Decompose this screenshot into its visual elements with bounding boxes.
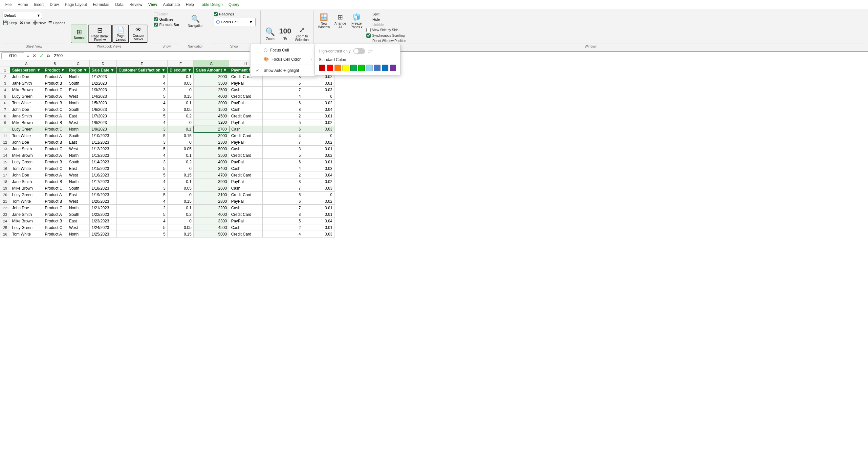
- cell-21-region[interactable]: West: [67, 198, 90, 205]
- cell-21-product[interactable]: Product B: [43, 198, 67, 205]
- cell-7-days-blank[interactable]: [262, 106, 282, 113]
- cell-25-region[interactable]: West: [67, 224, 90, 231]
- cell-9-region[interactable]: West: [67, 120, 90, 126]
- cell-15-payment[interactable]: PayPal: [229, 159, 262, 165]
- cell-18-satisfaction[interactable]: 4: [117, 179, 168, 185]
- confirm-formula-icon[interactable]: ✓: [39, 53, 45, 59]
- cell-4-days[interactable]: 7: [282, 87, 303, 93]
- col-G[interactable]: G: [194, 60, 229, 67]
- cell-4-payment[interactable]: Cash: [229, 87, 262, 93]
- cell-14-sales-amount[interactable]: 3500: [194, 152, 229, 159]
- cell-6-days[interactable]: 6: [282, 100, 303, 106]
- cell-3-sales-amount[interactable]: 3500: [194, 80, 229, 87]
- sheet-view-new[interactable]: ➕ New: [32, 20, 45, 25]
- cell-25-discount[interactable]: 0.05: [167, 224, 194, 231]
- color-swatch-orange[interactable]: [335, 65, 341, 71]
- cell-5-discount[interactable]: 0.15: [167, 93, 194, 100]
- cell-17-return-rate[interactable]: 0.04: [303, 172, 335, 179]
- cell-6-satisfaction[interactable]: 4: [117, 100, 168, 106]
- menu-help[interactable]: Help: [183, 2, 197, 7]
- col-A[interactable]: A: [10, 60, 43, 67]
- cell-3-days[interactable]: 5: [282, 80, 303, 87]
- menu-review[interactable]: Review: [127, 2, 145, 7]
- sync-scroll-checkbox[interactable]: [366, 33, 371, 38]
- cell-15-days[interactable]: 6: [282, 159, 303, 165]
- cell-14-payment[interactable]: Credit Card: [229, 152, 262, 159]
- cell-2-discount[interactable]: 0.1: [167, 73, 194, 80]
- cell-9-satisfaction[interactable]: 4: [117, 120, 168, 126]
- cell-22-payment[interactable]: Cash: [229, 205, 262, 211]
- gridlines-checkbox[interactable]: [154, 18, 158, 21]
- cell-4-discount[interactable]: 0: [167, 87, 194, 93]
- cell-13-sales-amount[interactable]: 5000: [194, 145, 229, 152]
- cell-16-sales-amount[interactable]: 3400: [194, 165, 229, 172]
- cell-15-region[interactable]: South: [67, 159, 90, 165]
- cell-18-salesperson[interactable]: Jane Smith: [10, 179, 43, 185]
- navigation-btn[interactable]: 🔍 Navigation: [186, 12, 205, 30]
- cell-10-sale-date[interactable]: 1/9/2023: [90, 126, 117, 132]
- cell-13-region[interactable]: West: [67, 145, 90, 152]
- cell-17-satisfaction[interactable]: 5: [117, 172, 168, 179]
- cell-8-region[interactable]: East: [67, 113, 90, 120]
- cell-7-sales-amount[interactable]: 1500: [194, 106, 229, 113]
- color-swatch-yellow[interactable]: [342, 65, 349, 71]
- sheet-view-keep[interactable]: 💾 Keep: [3, 20, 17, 25]
- cell-3-payment[interactable]: PayPal: [229, 80, 262, 87]
- cell-10-satisfaction[interactable]: 3: [117, 126, 168, 132]
- cell-20-discount[interactable]: 0: [167, 192, 194, 198]
- cell-22-satisfaction[interactable]: 2: [117, 205, 168, 211]
- formula-bar-checkbox[interactable]: [154, 23, 158, 27]
- cell-21-sales-amount[interactable]: 2800: [194, 198, 229, 205]
- cell-13-discount[interactable]: 0.05: [167, 145, 194, 152]
- cell-24-days-blank[interactable]: [262, 218, 282, 224]
- cell-26-days-blank[interactable]: [262, 231, 282, 237]
- cell-4-satisfaction[interactable]: 3: [117, 87, 168, 93]
- cell-11-product[interactable]: Product A: [43, 132, 67, 139]
- cell-19-sale-date[interactable]: 1/18/2023: [90, 185, 117, 192]
- header-region[interactable]: Region ▼: [67, 67, 90, 73]
- cell-5-satisfaction[interactable]: 5: [117, 93, 168, 100]
- menu-draw[interactable]: Draw: [47, 2, 61, 7]
- header-sale-date[interactable]: Sale Date ▼: [90, 67, 117, 73]
- cell-21-days[interactable]: 6: [282, 198, 303, 205]
- cell-15-days-blank[interactable]: [262, 159, 282, 165]
- cell-22-product[interactable]: Product C: [43, 205, 67, 211]
- col-C[interactable]: C: [67, 60, 90, 67]
- show-gridlines[interactable]: Gridlines: [153, 17, 180, 22]
- col-B[interactable]: B: [43, 60, 67, 67]
- menu-home[interactable]: Home: [15, 2, 31, 7]
- cell-8-sales-amount[interactable]: 4500: [194, 113, 229, 120]
- cell-7-region[interactable]: South: [67, 106, 90, 113]
- view-side-by-side-checkbox[interactable]: [366, 28, 371, 32]
- cell-11-days-blank[interactable]: [262, 132, 282, 139]
- cell-24-sales-amount[interactable]: 3300: [194, 218, 229, 224]
- show-formula-bar[interactable]: Formula Bar: [153, 22, 180, 27]
- cell-15-discount[interactable]: 0.2: [167, 159, 194, 165]
- cell-6-return-rate[interactable]: 0.02: [303, 100, 335, 106]
- cell-20-payment[interactable]: Credit Card: [229, 192, 262, 198]
- cell-22-return-rate[interactable]: 0.01: [303, 205, 335, 211]
- cell-10-sales-amount[interactable]: 2700: [194, 126, 229, 132]
- cell-16-return-rate[interactable]: 0.03: [303, 165, 335, 172]
- col-F[interactable]: F: [167, 60, 194, 67]
- insert-function-icon[interactable]: fx: [46, 53, 51, 58]
- color-swatch-purple[interactable]: [390, 65, 396, 71]
- cell-12-days-blank[interactable]: [262, 139, 282, 145]
- cell-3-return-rate[interactable]: 0.01: [303, 80, 335, 87]
- cell-5-sales-amount[interactable]: 4000: [194, 93, 229, 100]
- cell-3-sale-date[interactable]: 1/2/2023: [90, 80, 117, 87]
- new-window-btn[interactable]: 🪟 NewWindow: [316, 12, 332, 30]
- cell-13-sale-date[interactable]: 1/12/2023: [90, 145, 117, 152]
- wb-btn-page-break[interactable]: ⊟ Page BreakPreview: [88, 25, 112, 43]
- cell-12-product[interactable]: Product B: [43, 139, 67, 145]
- cell-15-satisfaction[interactable]: 3: [117, 159, 168, 165]
- cell-5-return-rate[interactable]: 0: [303, 93, 335, 100]
- cell-6-region[interactable]: North: [67, 100, 90, 106]
- cell-22-discount[interactable]: 0.1: [167, 205, 194, 211]
- cell-7-days[interactable]: 8: [282, 106, 303, 113]
- cell-20-return-rate[interactable]: 0: [303, 192, 335, 198]
- cell-20-salesperson[interactable]: Lucy Green: [10, 192, 43, 198]
- cell-19-payment[interactable]: Cash: [229, 185, 262, 192]
- cell-26-discount[interactable]: 0.15: [167, 231, 194, 237]
- menu-data[interactable]: Data: [113, 2, 126, 7]
